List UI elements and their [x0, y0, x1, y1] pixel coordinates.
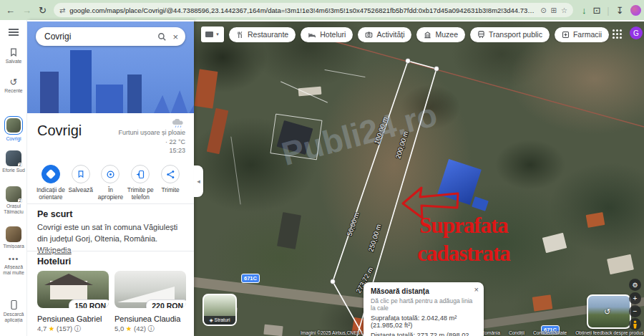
measure-distance-box: × Măsoară distanța Dă clic pe hartă pent…: [364, 282, 484, 336]
main-menu-button[interactable]: [0, 29, 27, 36]
weather-widget[interactable]: Furtuni ușoare și ploaie · 22 °C 15:23: [118, 119, 185, 155]
info-icon[interactable]: ⓘ: [148, 325, 155, 332]
google-maps-window: ← → ↻ ⇄ google.com/maps/place/Covrigi/@4…: [0, 0, 644, 336]
hotel-card[interactable]: 220 RON Pensiunea Claudia 5,0 ★ (42) ⓘ: [114, 271, 186, 334]
footer-link-terms[interactable]: Condiții: [509, 330, 525, 335]
info-icon[interactable]: ⓘ: [74, 325, 82, 332]
segment-label: 200,00 m: [394, 130, 409, 159]
pegman-icon: [632, 320, 638, 329]
reload-icon[interactable]: ↻: [39, 6, 47, 15]
footer-link-privacy[interactable]: Confidențialitate: [533, 330, 567, 335]
browser-actions: ↓ ⊡ | ↧ ⋮: [582, 5, 644, 16]
share-button[interactable]: Trimite: [155, 165, 185, 201]
browser-toolbar: ← → ↻ ⇄ google.com/maps/place/Covrigi/@4…: [0, 0, 644, 20]
search-bar[interactable]: ×: [36, 27, 185, 46]
account-avatar[interactable]: G: [630, 27, 643, 39]
layers-diamond-icon: ◈: [209, 317, 213, 322]
restaurant-icon: [236, 31, 244, 39]
bookmark-icon: [77, 170, 85, 178]
place-hero-image[interactable]: ×: [27, 21, 194, 113]
search-input[interactable]: [43, 31, 152, 42]
rail-item-get-app[interactable]: Descarcă aplicația: [0, 299, 27, 324]
rail-item-timisoara[interactable]: Timișoara: [0, 226, 27, 249]
hotel-photo[interactable]: 150 RON: [37, 271, 109, 308]
footer-link-country[interactable]: România: [482, 330, 500, 335]
save-button[interactable]: Salvează: [66, 165, 96, 201]
cadastral-annotation: Suprafata cadastrata: [396, 212, 532, 268]
site-settings-icon[interactable]: ⇄: [59, 6, 65, 14]
segment-label: 250,00 m: [366, 223, 382, 252]
place-title: Covrigi: [37, 123, 82, 139]
hotel-name[interactable]: Pensiunea Gabriel: [37, 315, 109, 323]
url-text[interactable]: google.com/maps/place/Covrigi/@44.738859…: [69, 6, 536, 14]
camera-icon: [365, 31, 373, 39]
send-to-phone-icon: [136, 170, 145, 179]
layers-label: ◈ Straturi: [204, 316, 235, 325]
chip-restaurants[interactable]: Restaurante: [229, 27, 296, 42]
star-icon: ★: [49, 325, 55, 332]
zoom-out-button[interactable]: −: [629, 305, 641, 317]
gear-icon: ⚙: [632, 282, 638, 289]
downloads-icon[interactable]: ↧: [616, 6, 624, 15]
weather-time: 15:23: [118, 146, 185, 155]
hotel-name[interactable]: Pensiunea Claudia: [114, 315, 186, 323]
extension-arrow-icon[interactable]: ↓: [582, 6, 587, 15]
bookmark-icon: [9, 47, 19, 57]
chip-museums[interactable]: Muzee: [416, 27, 465, 42]
directions-button[interactable]: Indicații de orientare: [36, 165, 66, 201]
chip-activities[interactable]: Activități: [358, 27, 411, 42]
street-view-thumbnail[interactable]: ↺: [587, 294, 631, 329]
settings-button[interactable]: ⚙: [629, 279, 641, 291]
send-to-phone-button[interactable]: Trimite pe telefon: [125, 165, 155, 201]
bus-icon: [477, 30, 485, 39]
measure-distance: Distanța totală: 273,72 m (898,02 ft): [371, 332, 477, 336]
about-heading: Pe scurt: [37, 209, 72, 219]
measure-title: Măsoară distanța: [371, 287, 477, 295]
forward-icon[interactable]: →: [22, 6, 31, 15]
rail-item-covrigi[interactable]: Covrigi: [0, 116, 27, 142]
place-thumbnail: [6, 226, 21, 242]
share-icon: [166, 170, 175, 179]
more-dots-icon: •••: [9, 255, 19, 263]
rail-item-orasul-talmaciu[interactable]: 2 Orașul Tălmaciu: [0, 186, 27, 216]
bookmark-star-icon[interactable]: ☆: [561, 6, 567, 14]
measure-hint: Dă clic pe hartă pentru a adăuga linia l…: [371, 297, 477, 312]
location-icon[interactable]: ⊙: [540, 6, 546, 14]
panel-collapse-handle[interactable]: ◂: [194, 165, 203, 197]
rail-item-saved[interactable]: Salvate: [0, 47, 27, 64]
hotel-photo[interactable]: 220 RON: [114, 271, 186, 308]
chip-hotels[interactable]: Hoteluri: [301, 27, 353, 42]
extensions-icon[interactable]: ⊡: [592, 6, 600, 15]
back-icon[interactable]: ←: [6, 6, 15, 15]
pegman-button[interactable]: [629, 318, 641, 330]
close-icon[interactable]: ×: [474, 285, 479, 294]
divider: [27, 251, 194, 251]
pano-arrow-icon: ↺: [604, 307, 610, 317]
hotel-card[interactable]: 150 RON Pensiunea Gabriel 4,7 ★ (157) ⓘ: [37, 271, 109, 334]
address-bar[interactable]: ⇄ google.com/maps/place/Covrigi/@44.7388…: [54, 3, 573, 17]
bed-icon: [308, 31, 316, 39]
measure-area: Suprafața totală: 2.042,48 m² (21.985,02…: [371, 315, 477, 329]
rail-item-show-more[interactable]: ••• Afișează mai multe: [0, 255, 27, 277]
nearby-icon: [106, 170, 115, 179]
layers-control[interactable]: ◈ Straturi: [203, 294, 237, 326]
clear-search-icon[interactable]: ×: [172, 32, 178, 42]
search-icon[interactable]: [157, 32, 167, 42]
wikipedia-link[interactable]: Wikipedia: [37, 246, 72, 254]
footer-link-feedback[interactable]: Obțineți feedback despre produs: [575, 330, 643, 335]
browser-profile-avatar[interactable]: [630, 5, 641, 16]
minimap-control[interactable]: ▼: [201, 27, 224, 42]
send-to-device-icon[interactable]: ⊞: [551, 6, 557, 14]
hotel-price-badge: 220 RON: [146, 299, 186, 308]
hotel-photo-roof: [44, 274, 93, 285]
hero-building: [96, 85, 123, 113]
weather-temperature: · 22 °C: [118, 138, 185, 147]
rail-item-eforie-sud[interactable]: 2 Eforie Sud: [0, 150, 27, 173]
rail-item-recent[interactable]: ↺ Recente: [0, 77, 27, 94]
zoom-in-button[interactable]: +: [629, 292, 641, 304]
chip-pharmacies[interactable]: Farmacii: [555, 27, 609, 42]
chip-transit[interactable]: Transport public: [470, 27, 550, 42]
hero-building: [40, 72, 59, 113]
action-buttons-row: Indicații de orientare Salvează În aprop…: [27, 165, 194, 201]
nearby-button[interactable]: În apropiere: [96, 165, 126, 201]
